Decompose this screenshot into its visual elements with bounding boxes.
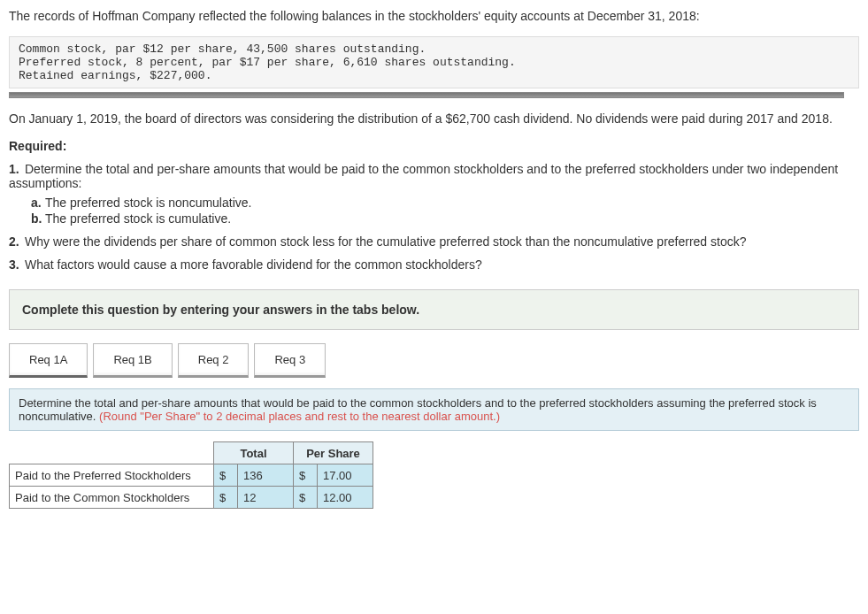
common-pershare-input[interactable]: 12.00 [318, 487, 373, 509]
dollar-sign: $ [294, 464, 318, 487]
code-line-3: Retained earnings, $227,000. [19, 69, 211, 82]
answer-table: Total Per Share Paid to the Preferred St… [9, 441, 373, 509]
code-line-1: Common stock, par $12 per share, 43,500 … [19, 42, 426, 56]
table-row: Paid to the Common Stockholders $ 12 $ 1… [10, 487, 373, 509]
dollar-sign: $ [214, 487, 238, 509]
requirement-1: 1.Determine the total and per-share amou… [9, 162, 859, 226]
tab-req-1a[interactable]: Req 1A [9, 343, 88, 378]
requirement-1b-text: The preferred stock is cumulative. [45, 211, 231, 226]
requirement-1b: b.The preferred stock is cumulative. [31, 211, 859, 226]
dollar-sign: $ [294, 487, 318, 509]
separator-bar [9, 92, 844, 98]
requirement-2-text: Why were the dividends per share of comm… [25, 234, 747, 249]
requirement-2: 2.Why were the dividends per share of co… [9, 234, 859, 249]
tab-req-3[interactable]: Req 3 [254, 343, 326, 378]
header-empty [10, 442, 214, 464]
requirement-1a-text: The preferred stock is noncumulative. [45, 196, 251, 210]
data-block: Common stock, par $12 per share, 43,500 … [9, 36, 859, 98]
tab-instructions: Determine the total and per-share amount… [9, 388, 859, 431]
intro-text: The records of Hoffman Company reflected… [9, 9, 859, 23]
dollar-sign: $ [214, 464, 238, 487]
row-label-common: Paid to the Common Stockholders [10, 487, 214, 509]
preferred-pershare-input[interactable]: 17.00 [318, 464, 373, 487]
requirement-3-text: What factors would cause a more favorabl… [25, 257, 482, 272]
code-lines: Common stock, par $12 per share, 43,500 … [9, 36, 859, 88]
header-per-share: Per Share [294, 442, 373, 464]
requirement-1-text: Determine the total and per-share amount… [9, 162, 838, 190]
preferred-total-input[interactable]: 136 [238, 464, 294, 487]
tabs-container: Req 1A Req 1B Req 2 Req 3 [9, 343, 859, 378]
row-label-preferred: Paid to the Preferred Stockholders [10, 464, 214, 487]
requirement-3: 3.What factors would cause a more favora… [9, 257, 859, 272]
tab-req-1b[interactable]: Req 1B [93, 343, 172, 378]
table-row: Paid to the Preferred Stockholders $ 136… [10, 464, 373, 487]
common-total-input[interactable]: 12 [238, 487, 294, 509]
code-line-2: Preferred stock, 8 percent, par $17 per … [19, 56, 516, 69]
paragraph-2: On January 1, 2019, the board of directo… [9, 111, 859, 126]
header-total: Total [214, 442, 294, 464]
tab-req-2[interactable]: Req 2 [178, 343, 250, 378]
requirement-1a: a.The preferred stock is noncumulative. [31, 196, 859, 210]
instruct-round: (Round "Per Share" to 2 decimal places a… [99, 410, 500, 423]
required-label: Required: [9, 139, 859, 153]
answer-instruction-box: Complete this question by entering your … [9, 289, 859, 330]
